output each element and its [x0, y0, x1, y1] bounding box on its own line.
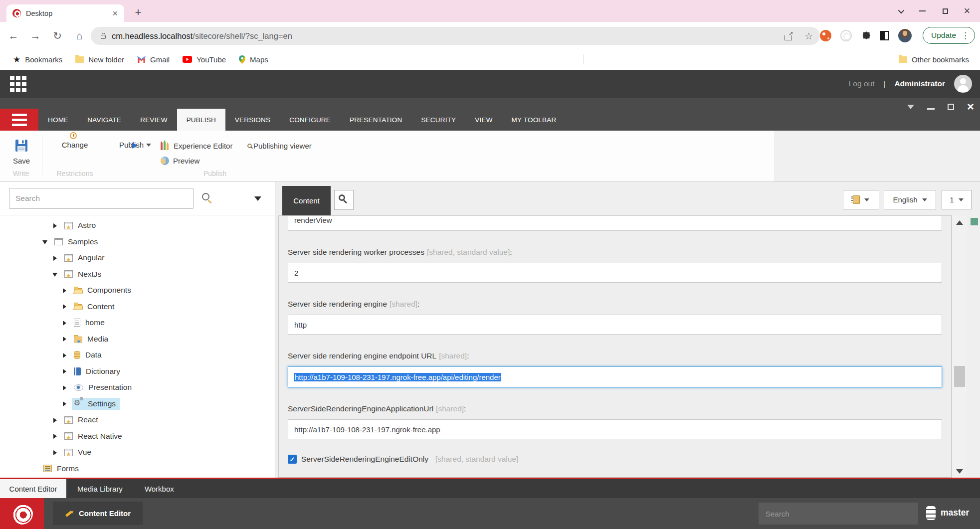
expand-arrow-icon[interactable]: [62, 368, 67, 374]
tree-item-vue[interactable]: Vue: [0, 444, 275, 461]
save-button[interactable]: Save: [6, 138, 37, 165]
extension-orange-icon[interactable]: [820, 30, 831, 41]
app-minimize-icon[interactable]: [927, 108, 935, 110]
expand-arrow-icon[interactable]: [62, 288, 67, 293]
ribbon-tab-my-toolbar[interactable]: MY TOOLBAR: [502, 109, 566, 131]
search-icon[interactable]: [202, 193, 209, 200]
tree-item-data[interactable]: Data: [0, 347, 275, 363]
forward-button[interactable]: →: [27, 27, 44, 44]
expand-arrow-icon[interactable]: [62, 401, 67, 406]
user-avatar[interactable]: [954, 75, 972, 93]
expand-arrow-icon[interactable]: [52, 433, 58, 439]
item-bucket-button[interactable]: [843, 190, 879, 209]
home-button[interactable]: ⌂: [71, 27, 88, 44]
browser-tab[interactable]: Desktop ×: [6, 4, 124, 22]
field-input-application-url[interactable]: http://a1b7-109-108-231-197.ngrok-free.a…: [288, 419, 942, 439]
expand-arrow-icon[interactable]: [62, 320, 67, 326]
bookmark-youtube[interactable]: YouTube: [183, 55, 226, 64]
database-selector[interactable]: master: [941, 508, 969, 518]
app-tab-media-library[interactable]: Media Library: [66, 479, 134, 498]
bookmark-bookmarks[interactable]: ★Bookmarks: [13, 54, 62, 65]
field-input-worker-processes[interactable]: 2: [288, 263, 942, 283]
tree-item-presentation[interactable]: Presentation: [0, 379, 275, 396]
field-input-renderview[interactable]: renderView: [288, 215, 942, 231]
back-button[interactable]: ←: [5, 27, 22, 44]
ribbon-tab-security[interactable]: SECURITY: [411, 109, 465, 131]
scroll-up-icon[interactable]: [956, 220, 963, 225]
tree-item-react-native[interactable]: React Native: [0, 428, 275, 445]
ribbon-tab-navigate[interactable]: NAVIGATE: [78, 109, 131, 131]
field-input-engine[interactable]: http: [288, 315, 942, 335]
expand-arrow-icon[interactable]: [52, 417, 58, 423]
scroll-down-icon[interactable]: [956, 469, 963, 474]
tree-item-nextjs[interactable]: NextJs: [0, 266, 275, 283]
publish-button[interactable]: Publish: [114, 138, 157, 149]
tab-close-icon[interactable]: ×: [111, 9, 119, 18]
collapse-arrow-icon[interactable]: [52, 271, 58, 277]
content-editor-task-button[interactable]: Content Editor: [53, 502, 143, 525]
update-button[interactable]: Update ⋮: [923, 27, 975, 44]
ribbon-tab-home[interactable]: HOME: [38, 109, 78, 131]
bookmark-star-icon[interactable]: ☆: [804, 31, 813, 41]
tree-item-react[interactable]: React: [0, 412, 275, 428]
reload-button[interactable]: ↻: [49, 27, 66, 44]
sitecore-logo-button[interactable]: [0, 498, 44, 529]
tree-item-home[interactable]: home: [0, 315, 275, 331]
expand-arrow-icon[interactable]: [52, 450, 58, 455]
app-tab-content-editor[interactable]: Content Editor: [0, 479, 66, 498]
preview-button[interactable]: Preview: [161, 157, 199, 165]
publishing-viewer-button[interactable]: Publishing viewer: [249, 142, 312, 150]
other-bookmarks-button[interactable]: Other bookmarks: [899, 55, 969, 64]
bookmark-maps[interactable]: Maps: [239, 55, 268, 64]
expand-arrow-icon[interactable]: [52, 223, 58, 228]
experience-editor-button[interactable]: Experience Editor: [161, 142, 232, 150]
tree-item-components[interactable]: Components: [0, 282, 275, 299]
window-maximize-button[interactable]: [935, 4, 955, 18]
content-tab[interactable]: Content: [282, 186, 331, 215]
expand-arrow-icon[interactable]: [52, 255, 58, 261]
sidebar-dropdown-icon[interactable]: [254, 196, 261, 201]
expand-arrow-icon[interactable]: [62, 304, 67, 309]
app-close-icon[interactable]: ×: [967, 102, 974, 112]
language-selector[interactable]: English: [884, 190, 936, 209]
ribbon-tab-configure[interactable]: CONFIGURE: [280, 109, 340, 131]
checkbox-checked[interactable]: ✓: [288, 455, 297, 464]
logout-link[interactable]: Log out: [849, 79, 875, 88]
tree-item-dictionary[interactable]: Dictionary: [0, 363, 275, 380]
tab-search-button[interactable]: [890, 4, 910, 18]
field-input-endpoint-url[interactable]: http://a1b7-109-108-231-197.ngrok-free.a…: [288, 366, 942, 387]
expand-arrow-icon[interactable]: [62, 336, 67, 342]
ribbon-tab-presentation[interactable]: PRESENTATION: [340, 109, 411, 131]
scrollbar-thumb[interactable]: [954, 366, 965, 387]
current-user[interactable]: Administrator: [894, 79, 945, 88]
version-selector[interactable]: 1: [942, 190, 972, 209]
ribbon-tab-view[interactable]: VIEW: [465, 109, 502, 131]
expand-arrow-icon[interactable]: [62, 385, 67, 390]
extensions-puzzle-icon[interactable]: [861, 30, 871, 40]
taskbar-search-input[interactable]: [759, 503, 918, 525]
extension-darkmode-icon[interactable]: [880, 31, 889, 40]
bookmark-new-folder[interactable]: New folder: [75, 55, 124, 64]
expand-arrow-icon[interactable]: [62, 353, 67, 358]
tree-item-forms[interactable]: Forms: [0, 461, 275, 477]
launchpad-grid-icon[interactable]: [9, 75, 27, 93]
window-minimize-button[interactable]: [912, 4, 932, 18]
change-restrictions-button[interactable]: Change: [52, 138, 98, 149]
hamburger-menu-button[interactable]: [0, 109, 38, 131]
lock-icon[interactable]: [101, 35, 106, 39]
ribbon-tab-versions[interactable]: VERSIONS: [225, 109, 280, 131]
sidebar-search-input[interactable]: [9, 188, 194, 209]
content-scrollbar[interactable]: [952, 215, 967, 478]
ribbon-dropdown-icon[interactable]: [907, 105, 914, 109]
collapse-arrow-icon[interactable]: [42, 239, 48, 244]
tree-item-angular[interactable]: Angular: [0, 250, 275, 266]
app-tab-workbox[interactable]: Workbox: [134, 479, 185, 498]
app-maximize-icon[interactable]: [948, 104, 954, 110]
tree-item-astro[interactable]: Astro: [0, 217, 275, 234]
browser-profile-avatar[interactable]: [898, 29, 912, 42]
extension-ring-icon[interactable]: [840, 30, 852, 41]
bookmark-gmail[interactable]: Gmail: [137, 55, 170, 64]
share-icon[interactable]: [784, 31, 793, 40]
address-bar[interactable]: cm.headless.localhost/sitecore/shell/?sc…: [91, 27, 820, 45]
tree-item-content[interactable]: Content: [0, 299, 275, 315]
